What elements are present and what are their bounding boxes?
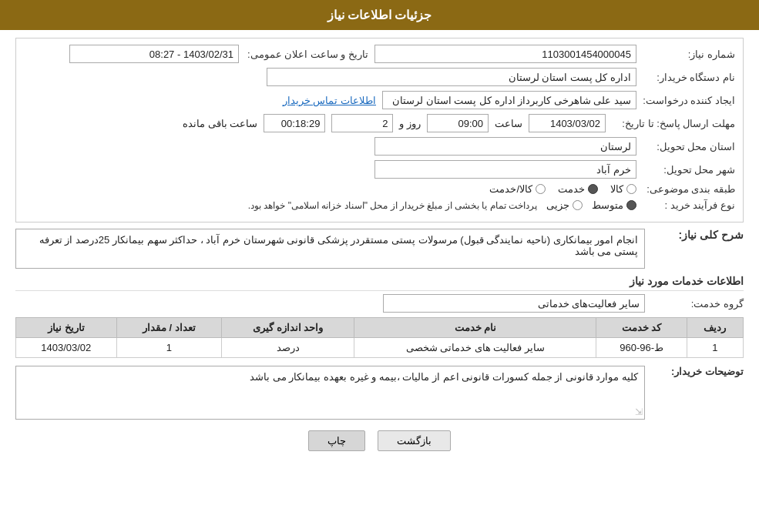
city-label: شهر محل تحویل:: [643, 164, 735, 176]
deadline-label: مهلت ارسال پاسخ: تا تاریخ:: [612, 118, 735, 129]
row-requester: ایجاد کننده درخواست: سید علی شاهرخی کارب…: [24, 91, 735, 109]
radio-goods-services-icon: [536, 184, 546, 194]
radio-service-icon: [588, 184, 598, 194]
date-value: 1403/02/31 - 08:27: [69, 45, 239, 63]
radio-goods-icon: [626, 184, 636, 194]
row-buyer-notes: توضیحات خریدار: کلیه موارد قانونی از جمل…: [15, 366, 744, 420]
col-row-header: ردیف: [687, 318, 743, 338]
requester-value: سید علی شاهرخی کاربرداز اداره کل پست است…: [382, 91, 636, 109]
col-date-header: تاریخ نیاز: [16, 318, 117, 338]
category-radio-group: کالا/خدمت خدمت کالا: [489, 183, 636, 195]
cell-unit-1: درصد: [222, 338, 354, 358]
row-service-group: گروه خدمت: سایر فعالیت‌های خدماتی: [15, 294, 744, 313]
province-value: لرستان: [374, 137, 636, 156]
purchase-type-option-small[interactable]: جزیی: [546, 199, 583, 211]
deadline-days-label: روز و: [399, 118, 421, 129]
cell-row-1: 1: [687, 338, 743, 358]
deadline-date-value: 1403/03/02: [529, 114, 606, 132]
cell-qty-1: 1: [116, 338, 222, 358]
buttons-row: بازگشت چاپ: [15, 430, 744, 451]
col-qty-header: تعداد / مقدار: [116, 318, 222, 338]
org-name-value: اداره کل پست استان لرستان: [267, 68, 636, 86]
table-row: 1 ط-96-960 سایر فعالیت های خدماتی شخصی د…: [16, 338, 744, 358]
date-label: تاریخ و ساعت اعلان عمومی:: [245, 49, 368, 60]
radio-medium-icon: [626, 200, 636, 210]
row-city: شهر محل تحویل: خرم آباد: [24, 160, 735, 179]
category-label: طبقه بندی موضوعی:: [643, 183, 735, 195]
org-name-label: نام دستگاه خریدار:: [643, 72, 735, 83]
row-category: طبقه بندی موضوعی: کالا/خدمت خدمت کالا: [24, 183, 735, 195]
need-number-value: 1103001454000045: [374, 45, 636, 63]
contact-link[interactable]: اطلاعات تماس خریدار: [283, 95, 376, 106]
deadline-remaining-label: ساعت باقی مانده: [183, 118, 257, 129]
deadline-remaining-value: 00:18:29: [264, 114, 325, 132]
purchase-type-label: نوع فرآیند خرید :: [643, 199, 735, 211]
row-description: شرح کلی نیاز: انجام امور بیمانکاری (ناحی…: [15, 229, 744, 269]
purchase-type-option-medium[interactable]: متوسط: [592, 199, 636, 211]
requester-label: ایجاد کننده درخواست:: [643, 95, 735, 106]
deadline-time-label: ساعت: [495, 118, 522, 129]
service-group-value: سایر فعالیت‌های خدماتی: [383, 294, 645, 313]
services-section-title: اطلاعات خدمات مورد نیاز: [15, 275, 744, 291]
page-header: جزئیات اطلاعات نیاز: [0, 0, 759, 30]
print-button[interactable]: چاپ: [308, 430, 365, 451]
description-label: شرح کلی نیاز:: [651, 229, 744, 241]
row-deadline: مهلت ارسال پاسخ: تا تاریخ: 1403/03/02 سا…: [24, 114, 735, 132]
services-table: ردیف کد خدمت نام خدمت واحد اندازه گیری ت…: [15, 317, 744, 358]
deadline-days-value: 2: [331, 114, 393, 132]
buyer-notes-label: توضیحات خریدار:: [651, 366, 744, 377]
city-value: خرم آباد: [374, 160, 636, 179]
cell-name-1: سایر فعالیت های خدماتی شخصی: [354, 338, 596, 358]
purchase-type-group: متوسط جزیی پرداخت تمام یا بخشی از مبلغ خ…: [248, 199, 636, 211]
description-text: انجام امور بیمانکاری (ناحیه نمایندگی قبو…: [39, 234, 638, 257]
row-purchase-type: نوع فرآیند خرید : متوسط جزیی پرداخت تمام…: [24, 199, 735, 211]
cell-date-1: 1403/03/02: [16, 338, 117, 358]
purchase-type-note: پرداخت تمام یا بخشی از مبلغ خریدار از مح…: [248, 200, 537, 211]
col-code-header: کد خدمت: [596, 318, 687, 338]
col-name-header: نام خدمت: [354, 318, 596, 338]
cell-code-1: ط-96-960: [596, 338, 687, 358]
category-option-goods-services[interactable]: کالا/خدمت: [489, 183, 546, 195]
buyer-notes-text: کلیه موارد قانونی از جمله کسورات قانونی …: [250, 371, 638, 383]
resize-handle: ⇲: [635, 407, 643, 417]
radio-small-icon: [573, 200, 583, 210]
category-option-service[interactable]: خدمت: [558, 183, 598, 195]
page-title: جزئیات اطلاعات نیاز: [327, 8, 432, 22]
col-unit-header: واحد اندازه گیری: [222, 318, 354, 338]
category-option-goods[interactable]: کالا: [610, 183, 636, 195]
basic-info-section: شماره نیاز: 1103001454000045 تاریخ و ساع…: [15, 38, 744, 223]
back-button[interactable]: بازگشت: [378, 430, 451, 451]
deadline-time-value: 09:00: [427, 114, 489, 132]
row-need-number: شماره نیاز: 1103001454000045 تاریخ و ساع…: [24, 45, 735, 63]
row-province: استان محل تحویل: لرستان: [24, 137, 735, 156]
need-number-label: شماره نیاز:: [643, 49, 735, 60]
province-label: استان محل تحویل:: [643, 141, 735, 152]
service-group-label: گروه خدمت:: [651, 298, 744, 309]
row-org-name: نام دستگاه خریدار: اداره کل پست استان لر…: [24, 68, 735, 86]
